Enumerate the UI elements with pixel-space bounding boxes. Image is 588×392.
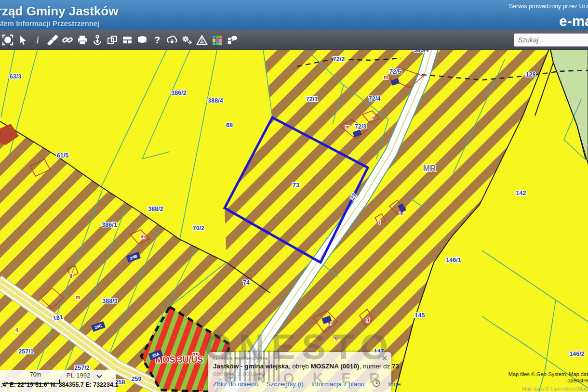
attribution-line2: openstre bbox=[567, 378, 588, 383]
parcel-label-72-4: 72/4 bbox=[369, 95, 380, 102]
crs-selector[interactable]: PL-1992 bbox=[67, 372, 90, 379]
popup-obreb: MOSZNA (0010) bbox=[311, 363, 360, 370]
parcel-label-388-3: 388/3 bbox=[102, 298, 117, 304]
page-subtitle: stem Informacji Przestrzennej bbox=[0, 19, 100, 27]
osm-attribution: Map data © OpenStreetMap bbox=[521, 386, 588, 392]
chevron-down-icon[interactable] bbox=[96, 373, 102, 380]
popup-parcel-number: 73 bbox=[392, 363, 399, 370]
parcel-label-257-1: 257/1 bbox=[18, 348, 33, 355]
parcel-label-72-5: 72/5 bbox=[389, 68, 401, 75]
parcel-label-146-1: 146/1 bbox=[446, 257, 461, 263]
zoom-to-object-link[interactable]: Zbliż do obiektu bbox=[213, 380, 259, 388]
cloud-download-icon[interactable] bbox=[164, 32, 179, 48]
map-red-label-m: m bbox=[141, 234, 145, 239]
close-icon[interactable]: ✕ bbox=[381, 354, 388, 362]
settings-gears-icon[interactable] bbox=[179, 32, 194, 48]
parcel-label-386-1: 386/1 bbox=[102, 222, 117, 228]
attribution-line1: Map tiles © Geo-System; Map dat bbox=[508, 371, 588, 377]
parcel-label-63-3: 63/3 bbox=[10, 73, 21, 80]
svg-text:?: ? bbox=[154, 35, 160, 45]
parcel-label-128: 128 bbox=[526, 71, 536, 78]
parcel-label-383-4: 383/4 bbox=[414, 50, 428, 53]
cursor-coordinates: .4˝ E: 22°19´51.6˝ N: 384355.7 E: 732234… bbox=[1, 381, 118, 388]
parcel-info-popup: Działka ewidencyjna ✕ Jastków - gmina wi… bbox=[208, 352, 391, 392]
parcel-label-259: 259 bbox=[132, 376, 142, 382]
parcel-label-145: 145 bbox=[415, 312, 425, 319]
gis-application: 63/3386/2388/46861/5388/2386/170/272/238… bbox=[0, 0, 588, 392]
map-red-label-g: g bbox=[15, 327, 18, 332]
parcel-label-72-1: 72/1 bbox=[306, 96, 318, 103]
parcel-label-142: 142 bbox=[516, 190, 526, 196]
parcel-label-61-5: 61/5 bbox=[57, 152, 68, 159]
header-bar: rząd Gminy Jastków stem Informacji Przes… bbox=[0, 0, 588, 30]
plan-info-link[interactable]: Informacja z planu bbox=[311, 380, 364, 388]
parcel-label-70-2: 70/2 bbox=[193, 225, 204, 232]
popup-links: Zbliż do obiektu Szczegóły (i) Informacj… bbox=[213, 379, 387, 389]
map-red-label-MOS-3U-US: MOS 3U/US bbox=[155, 355, 203, 365]
popup-title: Działka ewidencyjna bbox=[213, 355, 387, 362]
popup-parcel-description: Jastków - gmina wiejska, obręb MOSZNA (0… bbox=[213, 363, 387, 370]
print-icon[interactable] bbox=[75, 32, 90, 48]
layers-palette-icon[interactable] bbox=[209, 32, 224, 48]
pointer-icon[interactable] bbox=[15, 32, 30, 48]
link-icon[interactable] bbox=[60, 32, 75, 48]
zoom-extent-icon[interactable] bbox=[0, 32, 15, 48]
parcel-label-146-2: 146/2 bbox=[569, 351, 584, 357]
user-feedback-icon[interactable] bbox=[224, 32, 239, 48]
other-link[interactable]: Inne bbox=[388, 380, 401, 388]
parcel-label-73: 73 bbox=[292, 182, 300, 189]
map-red-label-m: m bbox=[346, 124, 350, 130]
map-canvas[interactable]: 63/3386/2388/46861/5388/2386/170/272/238… bbox=[0, 50, 588, 392]
service-note: Serwis prowadzony przez Urzą bbox=[509, 3, 588, 10]
parcel-label-388-2: 388/2 bbox=[148, 206, 163, 212]
help-icon[interactable]: ? bbox=[149, 32, 164, 48]
scale-widget: 70m PL-1992 .4˝ E: 22°19´51.6˝ N: 384355… bbox=[0, 370, 116, 392]
declination-triangle-icon[interactable] bbox=[194, 32, 209, 48]
history-clock-icon[interactable] bbox=[372, 379, 380, 389]
parcel-label-388-4: 388/4 bbox=[208, 97, 223, 104]
search-input[interactable] bbox=[514, 33, 588, 47]
map-red-label-g: g bbox=[366, 317, 369, 322]
measure-icon[interactable] bbox=[45, 32, 60, 48]
map-red-label-m: m bbox=[76, 295, 80, 300]
toolbar: i? bbox=[0, 30, 588, 50]
parcel-label-MR: MR bbox=[423, 164, 436, 173]
anchor-icon[interactable] bbox=[90, 32, 105, 48]
feedback-bubble-icon[interactable] bbox=[134, 32, 149, 48]
emapa-logo[interactable]: e-ma bbox=[559, 13, 588, 29]
parcel-label-68: 68 bbox=[226, 122, 233, 129]
parcel-label-72-3: 72/3 bbox=[355, 123, 366, 130]
parcel-label-74: 74 bbox=[243, 279, 250, 286]
map-red-label-g: g bbox=[69, 273, 72, 278]
info-icon[interactable]: i bbox=[30, 32, 45, 48]
map-attribution: Map tiles © Geo-System; Map dat openstre bbox=[508, 371, 588, 385]
map-red-label-g: g bbox=[335, 335, 338, 340]
layout-panels-icon[interactable] bbox=[120, 32, 134, 48]
parcel-label-386-2: 386/2 bbox=[171, 90, 186, 96]
popup-municipality: Jastków - gmina wiejska bbox=[213, 363, 289, 370]
scale-distance: 70m bbox=[30, 371, 41, 378]
parcel-label-72-2: 72/2 bbox=[333, 56, 345, 63]
compare-frames-icon[interactable] bbox=[105, 32, 120, 48]
map-red-label-i: i bbox=[372, 115, 373, 120]
map-red-label-m: m bbox=[384, 75, 388, 80]
svg-text:i: i bbox=[36, 35, 39, 45]
popup-parcel-code: 060907_2.0010.73 bbox=[213, 370, 387, 378]
page-title: rząd Gminy Jastków bbox=[0, 4, 118, 19]
details-link[interactable]: Szczegóły (i) bbox=[267, 380, 304, 388]
